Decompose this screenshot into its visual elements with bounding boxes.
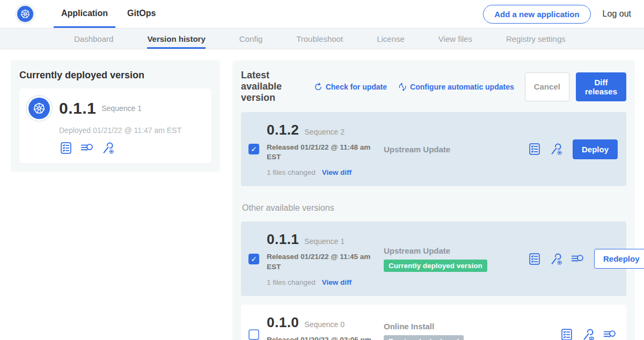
top-nav-tabs: Application GitOps <box>54 0 163 28</box>
version-source: Upstream Update <box>384 145 528 154</box>
other-versions-label: Other available versions <box>242 203 626 213</box>
edit-config-icon[interactable] <box>101 141 115 155</box>
version-row-0-1-0: 0.1.0 Sequence 0 Released 01/20/22 @ 03:… <box>241 305 626 340</box>
view-config-icon[interactable] <box>581 328 595 340</box>
preflight-checks-icon[interactable] <box>528 142 541 156</box>
check-for-update-link[interactable]: Check for update <box>313 82 387 92</box>
tab-gitops[interactable]: GitOps <box>120 0 163 28</box>
latest-available-title: Latest available version <box>241 70 306 104</box>
add-application-button[interactable]: Add a new application <box>483 5 590 24</box>
edit-config-icon[interactable] <box>549 142 563 156</box>
version-source: Upstream Update <box>384 246 528 255</box>
version-number: 0.1.0 <box>267 314 299 331</box>
preflight-checks-icon[interactable] <box>59 141 73 155</box>
version-number: 0.1.2 <box>267 122 299 138</box>
tab-version-history[interactable]: Version history <box>147 28 205 49</box>
edit-config-icon[interactable] <box>549 252 563 266</box>
tab-view-files[interactable]: View files <box>438 28 472 49</box>
tab-application[interactable]: Application <box>54 0 115 28</box>
kubernetes-icon <box>28 98 50 119</box>
currently-deployed-panel: Currently deployed version 0.1.1 Sequenc… <box>11 60 220 172</box>
preflight-checks-icon[interactable] <box>528 252 541 266</box>
clock-refresh-icon <box>398 82 407 92</box>
app-logo[interactable] <box>15 4 35 24</box>
version-released: Released 01/20/22 @ 03:05 pm EST <box>267 335 374 340</box>
version-checkbox[interactable]: ✓ <box>248 254 259 264</box>
cancel-button[interactable]: Cancel <box>525 72 569 101</box>
deploy-logs-icon[interactable] <box>80 141 94 155</box>
tab-registry-settings[interactable]: Registry settings <box>506 28 566 49</box>
version-checkbox[interactable] <box>248 329 259 340</box>
tab-config[interactable]: Config <box>239 28 262 49</box>
currently-deployed-title: Currently deployed version <box>19 70 211 81</box>
deploy-logs-icon[interactable] <box>570 252 584 266</box>
preflight-checks-icon[interactable] <box>560 328 574 340</box>
tab-troubleshoot[interactable]: Troubleshoot <box>296 28 343 49</box>
view-diff-link[interactable]: View diff <box>322 278 352 286</box>
configure-automatic-updates-link[interactable]: Configure automatic updates <box>398 82 514 92</box>
diff-releases-button[interactable]: Diff releases <box>576 72 626 101</box>
deployed-version-card: 0.1.1 Sequence 1 Deployed 01/21/22 @ 11:… <box>19 88 211 164</box>
sub-nav: Dashboard Version history Config Trouble… <box>0 28 644 49</box>
tab-license[interactable]: License <box>377 28 405 49</box>
previously-deployed-badge: Previously deployed <box>384 335 464 340</box>
top-nav: Application GitOps Add a new application… <box>0 0 644 28</box>
logout-link[interactable]: Log out <box>603 9 631 19</box>
deploy-button[interactable]: Deploy <box>573 139 618 159</box>
version-number: 0.1.1 <box>267 231 299 248</box>
currently-deployed-badge: Currently deployed version <box>384 260 487 272</box>
view-diff-link[interactable]: View diff <box>322 168 352 176</box>
tab-dashboard[interactable]: Dashboard <box>74 28 113 49</box>
available-versions-panel: Latest available version Check for updat… <box>232 60 635 340</box>
version-sequence: Sequence 0 <box>304 320 345 329</box>
version-checkbox[interactable]: ✓ <box>248 144 259 154</box>
version-released: Released 01/21/22 @ 11:45 am EST <box>267 252 374 271</box>
deployed-timestamp: Deployed 01/21/22 @ 11:47 am EST <box>59 126 203 135</box>
app-icon <box>27 96 52 121</box>
version-source: Online Install <box>384 322 528 331</box>
deployed-sequence: Sequence 1 <box>101 104 142 113</box>
deployed-version-number: 0.1.1 <box>59 99 96 117</box>
redeploy-button[interactable]: Redeploy <box>594 249 644 269</box>
files-changed: 1 files changed <box>267 278 316 286</box>
version-sequence: Sequence 1 <box>304 237 345 246</box>
refresh-icon <box>313 82 323 92</box>
files-changed: 1 files changed <box>267 168 316 176</box>
version-row-0-1-1: ✓ 0.1.1 Sequence 1 Released 01/21/22 @ 1… <box>241 221 626 295</box>
kubernetes-icon <box>17 6 33 22</box>
version-sequence: Sequence 2 <box>304 128 345 136</box>
version-released: Released 01/21/22 @ 11:48 am EST <box>267 143 374 162</box>
deploy-logs-icon[interactable] <box>603 328 617 340</box>
version-row-0-1-2: ✓ 0.1.2 Sequence 2 Released 01/21/22 @ 1… <box>241 112 626 186</box>
